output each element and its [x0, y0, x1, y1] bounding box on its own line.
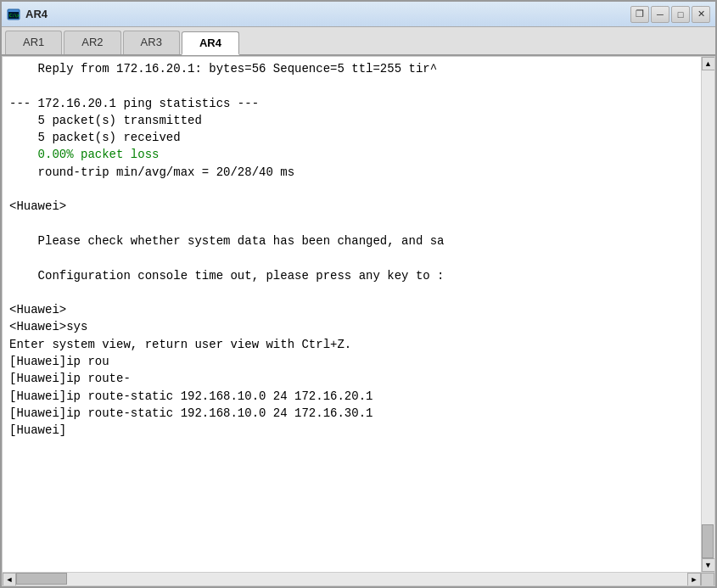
svg-text:C:\>: C:\> [9, 13, 20, 18]
hscroll-thumb[interactable] [16, 573, 67, 585]
tab-ar1[interactable]: AR1 [5, 31, 62, 54]
terminal-wrapper: Reply from 172.16.20.1: bytes=56 Sequenc… [2, 56, 715, 586]
tab-ar3[interactable]: AR3 [123, 31, 180, 54]
app-icon: C:\> [7, 8, 20, 21]
tab-ar2[interactable]: AR2 [64, 31, 120, 54]
tab-ar4[interactable]: AR4 [182, 31, 239, 55]
restore-button[interactable]: ❐ [630, 6, 649, 23]
tabs-bar: AR1 AR2 AR3 AR4 [2, 27, 715, 56]
scroll-left-button[interactable]: ◄ [3, 573, 16, 586]
minimize-button[interactable]: ─ [651, 6, 669, 23]
scroll-track[interactable] [702, 70, 714, 558]
terminal-scroll-area[interactable]: Reply from 172.16.20.1: bytes=56 Sequenc… [3, 57, 701, 572]
title-bar: C:\> AR4 ❐ ─ □ ✕ [2, 2, 715, 27]
scrollbar-corner [701, 573, 714, 586]
vertical-scrollbar: ▲ ▼ [701, 57, 714, 572]
terminal-output[interactable]: Reply from 172.16.20.1: bytes=56 Sequenc… [3, 57, 701, 443]
scroll-thumb[interactable] [702, 524, 714, 558]
main-window: C:\> AR4 ❐ ─ □ ✕ AR1 AR2 AR3 AR4 Reply f… [0, 0, 717, 588]
window-controls: ❐ ─ □ ✕ [630, 6, 710, 23]
window-title: AR4 [25, 8, 48, 20]
terminal-main: Reply from 172.16.20.1: bytes=56 Sequenc… [3, 57, 714, 572]
horizontal-scrollbar: ◄ ► [3, 572, 714, 585]
close-button[interactable]: ✕ [692, 6, 710, 23]
hscroll-track[interactable] [16, 573, 687, 585]
title-bar-left: C:\> AR4 [7, 8, 48, 21]
scroll-right-button[interactable]: ► [687, 573, 701, 586]
scroll-up-button[interactable]: ▲ [702, 57, 715, 70]
scroll-down-button[interactable]: ▼ [702, 558, 715, 572]
maximize-button[interactable]: □ [671, 6, 690, 23]
